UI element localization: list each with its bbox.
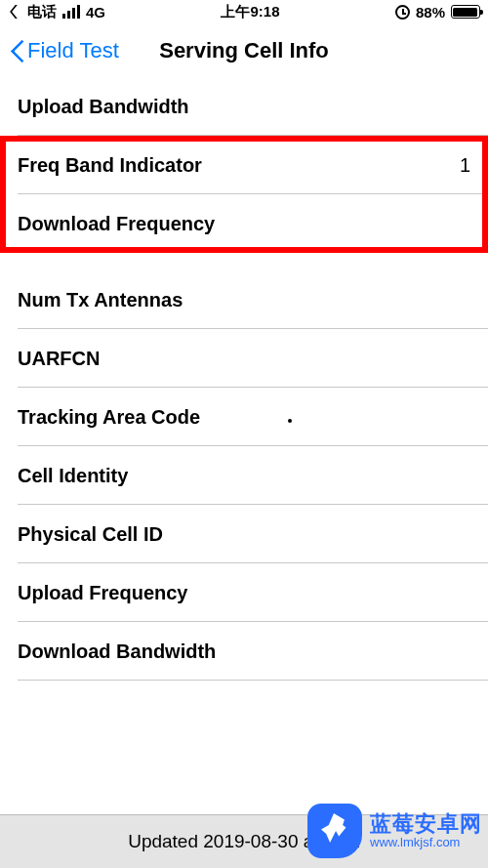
- row-label: Cell Identity: [18, 465, 128, 487]
- row-label: UARFCN: [18, 348, 100, 370]
- watermark-url: www.lmkjsf.com: [370, 836, 482, 850]
- row-tracking-area-code[interactable]: Tracking Area Code: [0, 388, 488, 446]
- row-label: Tracking Area Code: [18, 406, 200, 429]
- watermark-text: 蓝莓安卓网 www.lmkjsf.com: [370, 811, 482, 850]
- row-download-frequency[interactable]: Download Frequency: [0, 194, 488, 253]
- row-label: Physical Cell ID: [18, 523, 163, 546]
- row-uarfcn[interactable]: UARFCN: [0, 329, 488, 388]
- info-list: Upload Bandwidth Freq Band Indicator 1 D…: [0, 77, 488, 681]
- status-bar: 电话 4G 上午9:18 88%: [0, 0, 488, 23]
- watermark: 蓝莓安卓网 www.lmkjsf.com: [307, 804, 482, 858]
- battery-icon: [451, 5, 480, 19]
- row-label: Download Bandwidth: [18, 641, 216, 663]
- row-num-tx-antennas[interactable]: Num Tx Antennas: [0, 270, 488, 329]
- chevron-left-icon: [10, 38, 25, 63]
- back-label: Field Test: [27, 38, 119, 63]
- dot-icon: [288, 419, 292, 423]
- back-button[interactable]: Field Test: [10, 38, 119, 63]
- row-download-bandwidth[interactable]: Download Bandwidth: [0, 622, 488, 681]
- row-label: Upload Frequency: [18, 582, 187, 604]
- row-value: 1: [460, 154, 470, 177]
- status-left: 电话 4G: [8, 3, 105, 21]
- row-label: Download Frequency: [18, 213, 215, 235]
- status-time: 上午9:18: [221, 3, 279, 21]
- status-right: 88%: [395, 4, 480, 21]
- watermark-title: 蓝莓安卓网: [370, 811, 482, 836]
- nav-header: Field Test Serving Cell Info: [0, 23, 488, 77]
- row-upload-bandwidth[interactable]: Upload Bandwidth: [0, 77, 488, 136]
- row-cell-identity[interactable]: Cell Identity: [0, 446, 488, 505]
- row-label: Freq Band Indicator: [18, 154, 202, 177]
- row-freq-band-indicator[interactable]: Freq Band Indicator 1: [0, 136, 488, 194]
- row-upload-frequency[interactable]: Upload Frequency: [0, 563, 488, 622]
- row-physical-cell-id[interactable]: Physical Cell ID: [0, 505, 488, 563]
- signal-icon: [62, 5, 80, 19]
- battery-percent: 88%: [416, 4, 445, 21]
- row-label: Upload Bandwidth: [18, 96, 189, 118]
- carrier-label: 电话: [27, 3, 57, 21]
- row-label: Num Tx Antennas: [18, 289, 183, 311]
- watermark-logo-icon: [307, 804, 362, 858]
- nav-indicator-icon: [8, 5, 21, 19]
- network-label: 4G: [86, 4, 105, 21]
- alarm-icon: [395, 5, 410, 20]
